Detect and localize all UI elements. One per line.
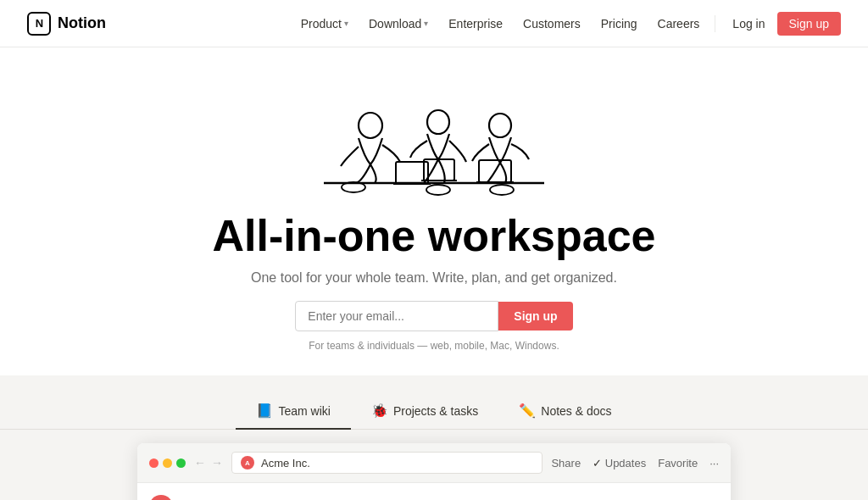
tab-projects-label: Projects & tasks xyxy=(393,404,478,418)
login-button[interactable]: Log in xyxy=(722,12,775,36)
svg-point-1 xyxy=(359,113,382,138)
email-input[interactable] xyxy=(295,301,498,331)
logo-link[interactable]: N Notion xyxy=(27,12,106,36)
svg-point-11 xyxy=(426,185,450,195)
chevron-down-icon: ▾ xyxy=(424,19,428,28)
brand-name: Notion xyxy=(58,14,106,32)
forward-arrow-icon[interactable]: → xyxy=(211,456,223,469)
signup-button[interactable]: Sign up xyxy=(777,12,841,36)
company-logo: A xyxy=(149,495,173,500)
nav-item-product[interactable]: Product ▾ xyxy=(292,12,357,36)
chevron-down-icon: ▾ xyxy=(344,19,348,28)
browser-content: A Acme Inc. xyxy=(137,483,731,500)
nav-item-pricing[interactable]: Pricing xyxy=(593,12,646,36)
feature-tabs-section: 📘 Team wiki 🐞 Projects & tasks ✏️ Notes … xyxy=(0,375,868,500)
tab-team-wiki[interactable]: 📘 Team wiki xyxy=(236,394,350,429)
hero-illustration xyxy=(273,64,595,208)
close-button-dot[interactable] xyxy=(149,458,159,468)
tab-wiki-emoji: 📘 xyxy=(256,403,273,419)
nav-item-customers[interactable]: Customers xyxy=(515,12,589,36)
browser-url-bar[interactable]: A Acme Inc. xyxy=(231,452,542,474)
browser-actions: Share ✓ Updates Favorite ··· xyxy=(551,457,719,469)
more-options-button[interactable]: ··· xyxy=(709,457,719,469)
hero-footnote: For teams & individuals — web, mobile, M… xyxy=(309,340,559,352)
svg-point-7 xyxy=(489,114,511,137)
nav-item-download[interactable]: Download ▾ xyxy=(360,12,437,36)
hero-signup-button[interactable]: Sign up xyxy=(498,302,572,331)
signup-form: Sign up xyxy=(295,301,572,331)
nav-auth: Log in Sign up xyxy=(722,12,841,36)
navbar: N Notion Product ▾ Download ▾ Enterprise… xyxy=(0,0,868,47)
hero-section: All-in-one workspace One tool for your w… xyxy=(0,47,868,352)
minimize-button-dot[interactable] xyxy=(163,458,172,468)
updates-button[interactable]: ✓ Updates xyxy=(593,457,646,469)
svg-point-4 xyxy=(427,110,449,134)
tab-notes-docs[interactable]: ✏️ Notes & docs xyxy=(498,394,632,429)
hero-subheadline: One tool for your whole team. Write, pla… xyxy=(251,270,617,286)
tab-notes-emoji: ✏️ xyxy=(519,403,536,419)
svg-point-12 xyxy=(490,185,514,195)
tab-projects-emoji: 🐞 xyxy=(371,403,388,419)
tabs-bar: 📘 Team wiki 🐞 Projects & tasks ✏️ Notes … xyxy=(0,394,868,430)
browser-nav-arrows: ← → xyxy=(194,456,223,469)
maximize-button-dot[interactable] xyxy=(176,458,186,468)
nav-divider xyxy=(715,15,715,32)
favorite-button[interactable]: Favorite xyxy=(658,457,698,469)
url-text: Acme Inc. xyxy=(261,457,310,469)
browser-toolbar: ← → A Acme Inc. Share ✓ Updates Favorite… xyxy=(137,443,731,483)
nav-item-careers[interactable]: Careers xyxy=(649,12,709,36)
notion-icon: N xyxy=(27,12,51,36)
hero-headline: All-in-one workspace xyxy=(213,212,656,260)
tab-notes-label: Notes & docs xyxy=(541,404,611,418)
site-favicon: A xyxy=(241,456,254,469)
tab-wiki-label: Team wiki xyxy=(278,404,330,418)
tab-projects-tasks[interactable]: 🐞 Projects & tasks xyxy=(351,394,498,429)
back-arrow-icon[interactable]: ← xyxy=(194,456,206,469)
browser-mockup: ← → A Acme Inc. Share ✓ Updates Favorite… xyxy=(137,443,731,500)
share-button[interactable]: Share xyxy=(551,457,581,469)
nav-menu: Product ▾ Download ▾ Enterprise Customer… xyxy=(292,12,841,36)
nav-item-enterprise[interactable]: Enterprise xyxy=(440,12,511,36)
browser-traffic-lights xyxy=(149,458,186,468)
